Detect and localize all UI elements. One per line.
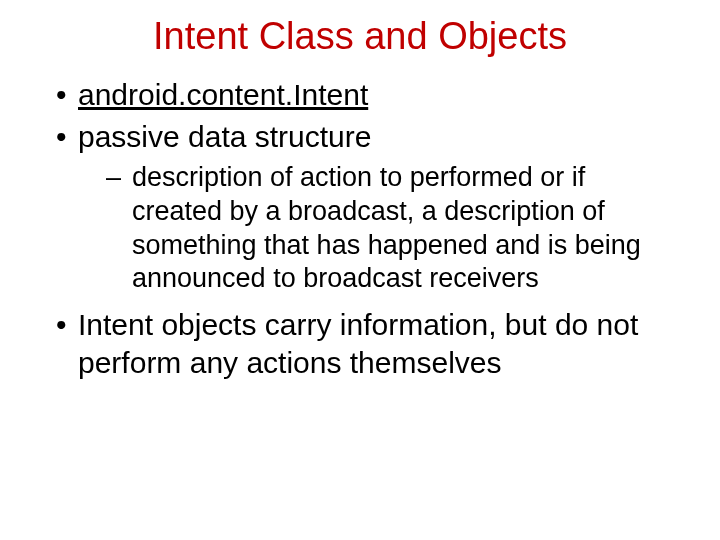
bullet-text: passive data structure xyxy=(78,120,371,153)
sub-bullet-item: description of action to performed or if… xyxy=(104,161,670,296)
bullet-item: passive data structure description of ac… xyxy=(50,118,670,297)
bullet-list: android.content.Intent passive data stru… xyxy=(50,76,670,381)
slide-title: Intent Class and Objects xyxy=(50,15,670,58)
bullet-item: Intent objects carry information, but do… xyxy=(50,306,670,381)
bullet-item-link: android.content.Intent xyxy=(50,76,670,114)
intent-class-link[interactable]: android.content.Intent xyxy=(78,78,368,111)
slide-content: Intent Class and Objects android.content… xyxy=(0,0,720,405)
sub-bullet-list: description of action to performed or if… xyxy=(78,161,670,296)
